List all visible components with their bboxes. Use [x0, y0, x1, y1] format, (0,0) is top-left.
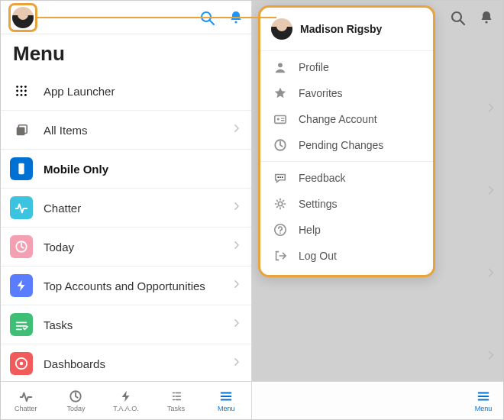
popover-item-label: Settings: [299, 198, 338, 210]
chevron-right-icon: [231, 357, 242, 370]
chevron-right-icon: [231, 123, 242, 137]
divider: [260, 161, 433, 162]
popover-item-settings[interactable]: Settings: [260, 191, 433, 217]
chevron-right-icon: [231, 201, 242, 215]
tab-today[interactable]: Today: [51, 382, 102, 419]
popover-item-help[interactable]: Help: [260, 217, 433, 243]
menu-list: App LauncherAll ItemsMobile OnlyChatterT…: [1, 72, 251, 381]
popover-item-label: Favorites: [299, 87, 343, 99]
popover-item-label: Pending Changes: [299, 139, 383, 151]
menu-item-all-items[interactable]: All Items: [1, 111, 251, 150]
popover-header[interactable]: Madison Rigsby: [260, 14, 433, 47]
tab-bar: ChatterTodayT.A.A.O.TasksMenu: [1, 381, 251, 419]
menu-item-label: Chatter: [44, 202, 221, 215]
menu-item-label: Top Accounts and Opportunities: [44, 279, 221, 292]
popover-item-label: Log Out: [299, 250, 337, 262]
tab-label: Menu: [475, 405, 493, 412]
popover-item-label: Feedback: [299, 172, 345, 184]
chevron-right-icon: [231, 279, 242, 292]
menu-item-dashboards[interactable]: Dashboards: [1, 344, 251, 381]
tab-label: Today: [66, 405, 85, 412]
menu-item-label: Mobile Only: [44, 163, 242, 176]
menu-item-top-accounts[interactable]: Top Accounts and Opportunities: [1, 267, 251, 305]
avatar-icon: [271, 18, 292, 40]
pulse-icon: [10, 196, 33, 219]
search-icon: [450, 10, 465, 25]
menu-item-label: Today: [44, 241, 221, 254]
idcard-icon: [273, 112, 288, 126]
grid-icon: [10, 79, 33, 102]
clock-icon: [10, 235, 33, 258]
tab-label: T.A.A.O.: [113, 405, 139, 412]
popover-item-label: Profile: [299, 61, 329, 73]
user-popover: Madison Rigsby ProfileFavoritesChange Ac…: [258, 5, 435, 277]
gauge-icon: [10, 352, 33, 375]
gear-icon: [273, 197, 288, 211]
tab-menu[interactable]: Menu: [201, 382, 251, 419]
menu-item-mobile-only[interactable]: Mobile Only: [1, 150, 251, 189]
popover-item-feedback[interactable]: Feedback: [260, 165, 433, 191]
popover-item-label: Help: [299, 224, 321, 236]
tab-label: Chatter: [15, 405, 37, 412]
tab-bar-dimmed: Menu: [252, 381, 503, 419]
chat-icon: [273, 171, 288, 185]
left-pane: Menu App LauncherAll ItemsMobile OnlyCha…: [1, 1, 252, 419]
tab-menu[interactable]: Menu: [464, 382, 503, 419]
menu-item-today[interactable]: Today: [1, 228, 251, 267]
callout-connector: [35, 17, 276, 18]
menu-item-label: All Items: [44, 124, 221, 137]
popover-item-change-account[interactable]: Change Account: [260, 106, 433, 132]
popover-item-profile[interactable]: Profile: [260, 54, 433, 80]
menu-item-chatter[interactable]: Chatter: [1, 189, 251, 228]
tab-chatter[interactable]: Chatter: [1, 382, 51, 419]
logout-icon: [273, 249, 288, 263]
check-icon: [10, 313, 33, 336]
tab-label: Tasks: [167, 405, 185, 412]
menu-item-app-launcher[interactable]: App Launcher: [1, 72, 251, 111]
background-chevrons: [485, 92, 497, 420]
popover-item-logout[interactable]: Log Out: [260, 243, 433, 269]
phone-icon: [10, 157, 33, 180]
chevron-right-icon: [231, 240, 242, 254]
popover-item-favorites[interactable]: Favorites: [260, 80, 433, 106]
bolt-icon: [10, 274, 33, 297]
chevron-right-icon: [231, 318, 242, 331]
stack-icon: [10, 118, 33, 141]
tab-taao[interactable]: T.A.A.O.: [101, 382, 151, 419]
avatar-button-highlighted[interactable]: [8, 3, 37, 32]
right-pane: Madison Rigsby ProfileFavoritesChange Ac…: [252, 1, 503, 419]
popover-item-pending[interactable]: Pending Changes: [260, 132, 433, 158]
menu-item-tasks[interactable]: Tasks: [1, 305, 251, 344]
tab-tasks[interactable]: Tasks: [151, 382, 202, 419]
star-icon: [273, 86, 288, 100]
clock-icon: [273, 138, 288, 152]
menu-item-label: App Launcher: [44, 85, 242, 98]
menu-item-label: Dashboards: [44, 357, 221, 370]
page-title: Menu: [1, 34, 251, 72]
popover-item-label: Change Account: [299, 113, 377, 125]
divider: [260, 50, 433, 51]
tab-label: Menu: [218, 405, 235, 412]
user-name: Madison Rigsby: [300, 23, 382, 35]
avatar-icon: [12, 7, 34, 28]
bell-icon: [479, 10, 494, 25]
question-icon: [273, 223, 288, 237]
person-icon: [273, 60, 288, 74]
menu-item-label: Tasks: [44, 318, 221, 331]
